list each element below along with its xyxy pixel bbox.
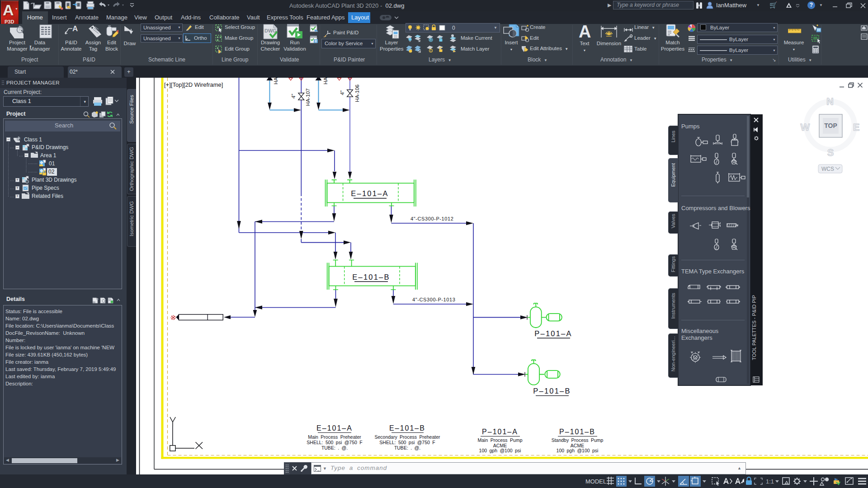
svg-text:4": 4" bbox=[291, 94, 296, 99]
svg-text:TUBE: . @.: TUBE: . @. bbox=[394, 445, 420, 450]
svg-text:TOP: TOP bbox=[824, 122, 837, 129]
svg-text:HA-107: HA-107 bbox=[305, 89, 311, 106]
svg-text:HA: HA bbox=[273, 78, 278, 84]
svg-text:Main Process Preheater: Main Process Preheater bbox=[308, 434, 361, 440]
svg-text:W: W bbox=[801, 122, 810, 133]
svg-text:E–101–B: E–101–B bbox=[352, 273, 390, 281]
svg-text:N: N bbox=[826, 96, 834, 107]
svg-text:WCS: WCS bbox=[821, 166, 834, 172]
svg-text:E–101–A: E–101–A bbox=[316, 424, 353, 432]
svg-text:P–101–B: P–101–B bbox=[559, 428, 595, 436]
svg-text:P–101–A: P–101–A bbox=[482, 428, 518, 436]
svg-text:HA-106: HA-106 bbox=[354, 84, 360, 102]
svg-text:E–101–B: E–101–B bbox=[389, 424, 425, 432]
svg-text:E: E bbox=[853, 122, 860, 133]
svg-text:Standby Process Pump: Standby Process Pump bbox=[552, 437, 604, 443]
svg-text:4"-CS300-P-1012: 4"-CS300-P-1012 bbox=[410, 216, 453, 221]
svg-text:P–101–A: P–101–A bbox=[534, 329, 572, 338]
svg-text:100 pgh @100 psi: 100 pgh @100 psi bbox=[557, 448, 599, 453]
svg-text:Secondary Process Preheater: Secondary Process Preheater bbox=[374, 434, 440, 440]
svg-text:1:1: 1:1 bbox=[766, 478, 774, 485]
svg-text:100 gph @100 psi: 100 gph @100 psi bbox=[479, 448, 521, 453]
svg-text:4": 4" bbox=[340, 90, 345, 95]
svg-text:TUBE: . @.: TUBE: . @. bbox=[321, 445, 348, 450]
svg-text:P–101–B: P–101–B bbox=[533, 387, 571, 395]
svg-text:[+][Top][2D Wireframe]: [+][Top][2D Wireframe] bbox=[164, 81, 223, 88]
svg-text:SHELL: 500 psi @750 F: SHELL: 500 psi @750 F bbox=[379, 440, 435, 445]
svg-text:Main Process Pump: Main Process Pump bbox=[478, 437, 523, 443]
svg-text:S: S bbox=[827, 147, 834, 158]
svg-text:E–101–A: E–101–A bbox=[351, 189, 388, 197]
svg-text:DWG: DWG bbox=[264, 28, 277, 33]
svg-text:4"-CS300-P-1013: 4"-CS300-P-1013 bbox=[412, 297, 455, 302]
svg-text:A: A bbox=[72, 24, 78, 33]
svg-text:HA: HA bbox=[323, 78, 328, 84]
svg-text:SHELL: 500 psi @750 F: SHELL: 500 psi @750 F bbox=[307, 440, 362, 445]
